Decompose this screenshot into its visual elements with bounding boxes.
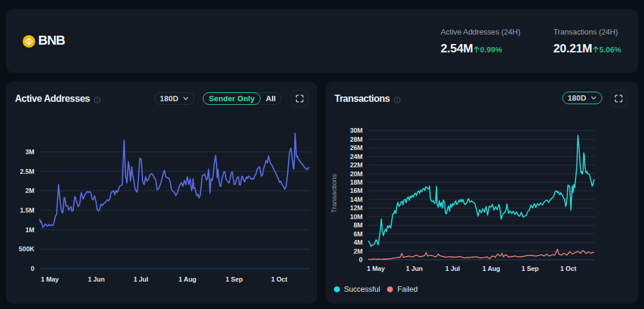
svg-text:1 May: 1 May bbox=[41, 276, 59, 283]
svg-text:3M: 3M bbox=[25, 148, 34, 155]
svg-text:1 Jul: 1 Jul bbox=[134, 276, 148, 283]
svg-text:1M: 1M bbox=[25, 226, 34, 233]
svg-text:1 Sep: 1 Sep bbox=[225, 276, 243, 283]
svg-text:1 May: 1 May bbox=[367, 265, 385, 272]
svg-text:1 Jun: 1 Jun bbox=[88, 276, 105, 283]
svg-text:1.5M: 1.5M bbox=[20, 207, 34, 214]
svg-text:0: 0 bbox=[359, 256, 363, 263]
svg-text:8M: 8M bbox=[354, 221, 363, 229]
svg-text:20M: 20M bbox=[350, 170, 363, 177]
svg-text:1 Oct: 1 Oct bbox=[271, 276, 287, 283]
svg-text:1 Aug: 1 Aug bbox=[482, 265, 500, 272]
svg-text:12M: 12M bbox=[350, 204, 363, 211]
svg-text:14M: 14M bbox=[350, 196, 363, 203]
svg-text:1 Aug: 1 Aug bbox=[178, 276, 196, 283]
svg-text:26M: 26M bbox=[350, 144, 363, 151]
svg-text:6M: 6M bbox=[354, 230, 363, 238]
svg-text:2.5M: 2.5M bbox=[20, 168, 34, 175]
svg-text:500K: 500K bbox=[19, 245, 35, 252]
svg-text:30M: 30M bbox=[350, 127, 363, 134]
svg-text:1 Oct: 1 Oct bbox=[560, 265, 576, 272]
svg-text:2M: 2M bbox=[354, 248, 363, 255]
svg-text:Transactions: Transactions bbox=[330, 174, 338, 213]
svg-text:0: 0 bbox=[30, 265, 34, 272]
svg-text:2M: 2M bbox=[25, 187, 34, 194]
svg-text:28M: 28M bbox=[350, 136, 363, 143]
svg-text:1 Sep: 1 Sep bbox=[522, 265, 539, 272]
svg-text:4M: 4M bbox=[354, 239, 363, 246]
svg-text:10M: 10M bbox=[350, 213, 363, 220]
svg-text:24M: 24M bbox=[350, 153, 363, 160]
svg-text:18M: 18M bbox=[350, 179, 363, 186]
svg-text:1 Jun: 1 Jun bbox=[406, 265, 423, 272]
svg-text:1 Jul: 1 Jul bbox=[445, 265, 460, 272]
svg-text:22M: 22M bbox=[350, 161, 363, 168]
svg-text:16M: 16M bbox=[350, 187, 363, 194]
